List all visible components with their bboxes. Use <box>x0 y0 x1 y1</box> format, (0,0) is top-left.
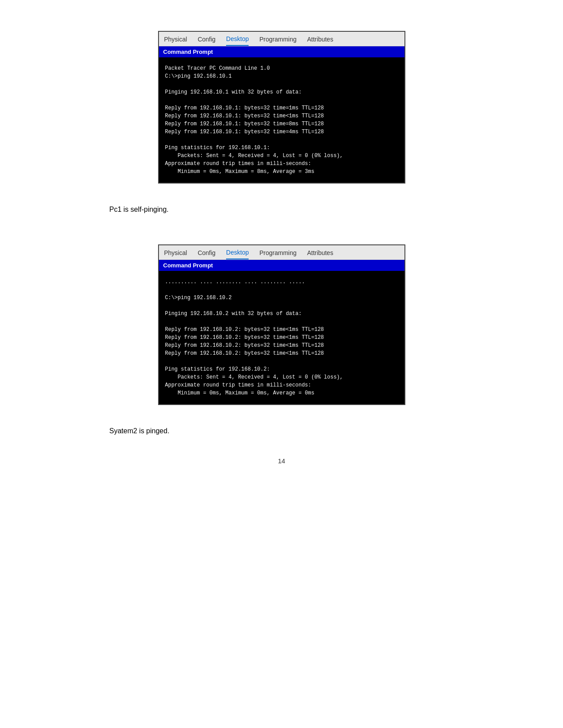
tab-config-2[interactable]: Config <box>198 249 215 259</box>
tab-attributes-2[interactable]: Attributes <box>307 249 333 259</box>
terminal-area-1: Packet Tracer PC Command Line 1.0 C:\>pi… <box>159 57 404 183</box>
tab-attributes-1[interactable]: Attributes <box>307 36 333 45</box>
tab-desktop-2[interactable]: Desktop <box>226 249 249 259</box>
tab-desktop-1[interactable]: Desktop <box>226 35 249 46</box>
caption-1: Pc1 is self-pinging. <box>110 206 507 214</box>
tab-bar-1: Physical Config Desktop Programming Attr… <box>159 32 404 46</box>
tab-programming-1[interactable]: Programming <box>259 36 296 45</box>
tab-physical-2[interactable]: Physical <box>164 249 187 259</box>
tab-config-1[interactable]: Config <box>198 36 215 45</box>
tab-physical-1[interactable]: Physical <box>164 36 187 45</box>
screenshot-window-2: Physical Config Desktop Programming Attr… <box>158 244 405 405</box>
screenshot-window-1: Physical Config Desktop Programming Attr… <box>158 31 405 184</box>
terminal-area-2: .......... .... ........ .... ........ .… <box>159 271 404 404</box>
page-number: 14 <box>26 457 537 465</box>
caption-2: Syatem2 is pinged. <box>110 427 507 435</box>
page-content: Physical Config Desktop Programming Attr… <box>26 18 537 465</box>
tab-bar-2: Physical Config Desktop Programming Attr… <box>159 245 404 260</box>
command-prompt-bar-2[interactable]: Command Prompt <box>159 260 404 271</box>
tab-programming-2[interactable]: Programming <box>259 249 296 259</box>
command-prompt-bar-1[interactable]: Command Prompt <box>159 46 404 57</box>
